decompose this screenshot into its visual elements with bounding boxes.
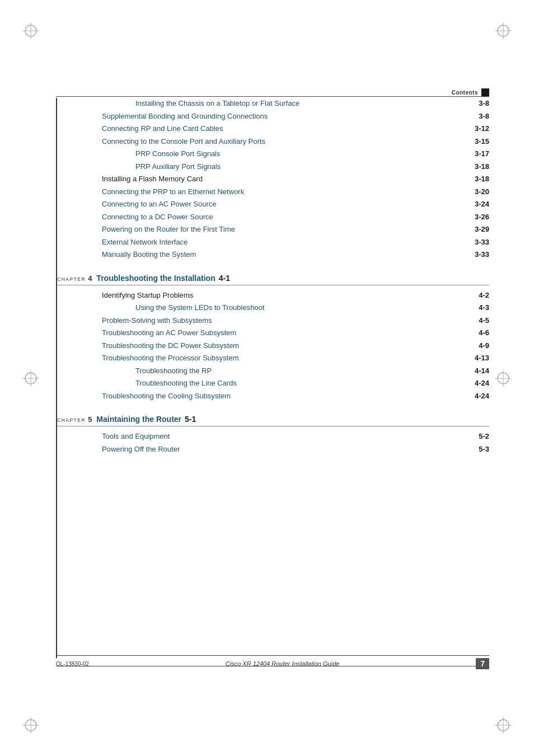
toc-entry-troubleshooting-line-cards: Troubleshooting the Line Cards 4-24 [57, 378, 489, 389]
chapter4-label: CHAPTER [57, 276, 86, 282]
toc-text: Supplemental Bonding and Grounding Conne… [102, 111, 475, 122]
toc-page: 3-8 [479, 111, 489, 122]
toc-entry-prp-auxiliary: PRP Auxiliary Port Signals 3-18 [57, 161, 489, 172]
footer-guide-title: Cisco XR 12404 Router Installation Guide [226, 660, 340, 667]
chapter4-number: 4 [88, 274, 92, 283]
toc-entry-external-network: External Network Interface 3-33 [57, 237, 489, 248]
toc-page: 3-33 [475, 249, 489, 260]
toc-page: 4-24 [475, 378, 489, 389]
toc-text: Installing the Chassis on a Tabletop or … [135, 98, 475, 109]
toc-page: 3-15 [475, 136, 489, 147]
toc-page: 4-2 [479, 290, 489, 301]
toc-page: 3-18 [475, 173, 489, 185]
toc-text: Troubleshooting the Cooling Subsystem [102, 391, 471, 402]
toc-text: Troubleshooting the RP [135, 365, 471, 377]
toc-entry-processor-subsystem: Troubleshooting the Processor Subsystem … [57, 353, 489, 364]
toc-entry-powering-on: Powering on the Router for the First Tim… [57, 224, 489, 235]
toc-text: PRP Console Port Signals [135, 148, 471, 159]
toc-page: 4-14 [475, 365, 489, 377]
toc-entry-dc-power-subsystem: Troubleshooting the DC Power Subsystem 4… [57, 340, 489, 351]
toc-page: 3-20 [475, 186, 489, 198]
toc-page: 4-6 [479, 327, 489, 339]
toc-entry-using-leds: Using the System LEDs to Troubleshoot 4-… [57, 302, 489, 313]
toc-entry-dc-power: Connecting to a DC Power Source 3-26 [57, 212, 489, 223]
toc-text: Identifying Startup Problems [102, 290, 475, 301]
toc-page: 3-18 [475, 161, 489, 172]
toc-page: 5-2 [479, 431, 489, 442]
chapter4-title: Troubleshooting the Installation [96, 274, 215, 283]
toc-entry-problem-solving: Problem-Solving with Subsystems 4-5 [57, 315, 489, 326]
page: Contents Installing the Chassis on a Tab… [0, 0, 534, 756]
toc-page: 5-3 [479, 444, 489, 455]
toc-page: 4-3 [479, 302, 489, 313]
contents-label: Contents [452, 90, 478, 96]
toc-page: 3-33 [475, 237, 489, 248]
toc-entry-installing-chassis: Installing the Chassis on a Tabletop or … [57, 98, 489, 109]
header-bar: Contents [452, 88, 489, 96]
reg-mark-bl [22, 717, 39, 734]
toc-page: 3-24 [475, 199, 489, 210]
toc-entry-connecting-console: Connecting to the Console Port and Auxil… [57, 136, 489, 147]
chapter5-label: CHAPTER [57, 417, 86, 423]
toc-entry-cooling-subsystem: Troubleshooting the Cooling Subsystem 4-… [57, 391, 489, 402]
toc-entry-supplemental-bonding: Supplemental Bonding and Grounding Conne… [57, 111, 489, 122]
reg-mark-mr [495, 370, 512, 387]
toc-text: Using the System LEDs to Troubleshoot [135, 302, 475, 313]
header-black-square [481, 88, 489, 96]
top-content-line [56, 96, 489, 97]
toc-page: 4-9 [479, 340, 489, 351]
chapter5-title: Maintaining the Router [96, 415, 181, 424]
toc-entry-ac-power-subsystem: Troubleshooting an AC Power Subsystem 4-… [57, 327, 489, 339]
toc-page: 3-17 [475, 148, 489, 159]
toc-text: Installing a Flash Memory Card [102, 173, 471, 185]
toc-entry-ac-power: Connecting to an AC Power Source 3-24 [57, 199, 489, 210]
reg-mark-tl [22, 22, 39, 39]
toc-text: Connecting the PRP to an Ethernet Networ… [102, 186, 471, 198]
toc-text: Troubleshooting the DC Power Subsystem [102, 340, 475, 351]
toc-text: Connecting RP and Line Card Cables [102, 123, 471, 134]
toc-page: 4-5 [479, 315, 489, 326]
chapter5-header: CHAPTER 5 Maintaining the Router 5-1 [57, 415, 489, 426]
toc-text: Troubleshooting an AC Power Subsystem [102, 327, 475, 339]
footer-page-number: 7 [476, 658, 489, 669]
toc-text: Connecting to an AC Power Source [102, 199, 471, 210]
toc-text: Troubleshooting the Processor Subsystem [102, 353, 471, 364]
toc-page: 3-26 [475, 212, 489, 223]
footer: OL-13830-02 Cisco XR 12404 Router Instal… [56, 655, 489, 669]
toc-text: Powering on the Router for the First Tim… [102, 224, 471, 235]
footer-part-number: OL-13830-02 [56, 661, 89, 667]
toc-text: Powering Off the Router [102, 444, 475, 455]
reg-mark-br [495, 717, 512, 734]
toc-entry-troubleshooting-rp: Troubleshooting the RP 4-14 [57, 365, 489, 377]
toc-section-pre-ch4: Installing the Chassis on a Tabletop or … [57, 98, 489, 260]
toc-page: 3-8 [479, 98, 489, 109]
toc-text: Manually Booting the System [102, 249, 471, 260]
toc-text: Tools and Equipment [102, 431, 475, 442]
toc-entry-powering-off: Powering Off the Router 5-3 [57, 444, 489, 455]
toc-entry-identifying-startup: Identifying Startup Problems 4-2 [57, 290, 489, 301]
toc-page: 3-29 [475, 224, 489, 235]
toc-text: Troubleshooting the Line Cards [135, 378, 471, 389]
toc-text: Problem-Solving with Subsystems [102, 315, 475, 326]
toc-entry-flash-memory: Installing a Flash Memory Card 3-18 [57, 173, 489, 185]
toc-text: Connecting to the Console Port and Auxil… [102, 136, 471, 147]
toc-section-ch5: Tools and Equipment 5-2 Powering Off the… [57, 431, 489, 454]
chapter5-page: 5-1 [185, 415, 196, 424]
toc-entry-prp-console: PRP Console Port Signals 3-17 [57, 148, 489, 159]
toc-entry-connecting-rp: Connecting RP and Line Card Cables 3-12 [57, 123, 489, 134]
toc-page: 4-13 [475, 353, 489, 364]
toc-section-ch4: Identifying Startup Problems 4-2 Using t… [57, 290, 489, 402]
toc-text: External Network Interface [102, 237, 471, 248]
toc-entry-tools-equipment: Tools and Equipment 5-2 [57, 431, 489, 442]
chapter4-page: 4-1 [219, 274, 230, 283]
chapter4-header: CHAPTER 4 Troubleshooting the Installati… [57, 274, 489, 285]
toc-entry-manually-booting: Manually Booting the System 3-33 [57, 249, 489, 260]
reg-mark-ml [22, 370, 39, 387]
chapter5-number: 5 [88, 415, 92, 424]
toc-text: PRP Auxiliary Port Signals [135, 161, 471, 172]
toc-page: 4-24 [475, 391, 489, 402]
toc-entry-connecting-prp: Connecting the PRP to an Ethernet Networ… [57, 186, 489, 198]
toc-page: 3-12 [475, 123, 489, 134]
content-area: Installing the Chassis on a Tabletop or … [57, 98, 489, 658]
reg-mark-tr [495, 22, 512, 39]
